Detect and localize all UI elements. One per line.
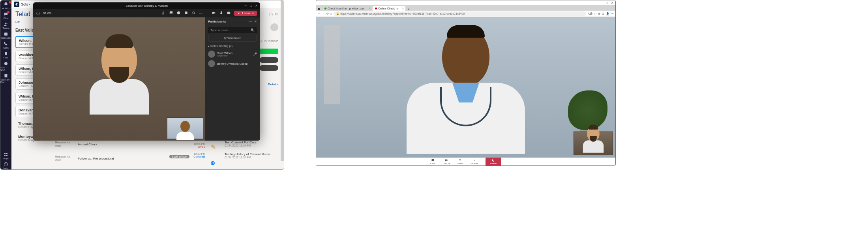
devices-button[interactable]: Devices [470,158,478,165]
menu-icon[interactable]: ⋯ [611,12,614,15]
reactions-icon[interactable] [176,11,181,16]
panel-more-icon[interactable]: ⋯ [249,20,252,23]
user-avatar[interactable] [270,23,278,31]
leave-button[interactable]: Leave [486,158,501,166]
details-link[interactable]: Details [268,83,278,86]
close-icon[interactable]: ✕ [611,1,614,5]
browser-tab[interactable]: Check-in online - prwilson.com✕ [322,6,372,11]
rail-files[interactable]: Files [4,51,9,59]
svg-point-14 [193,11,195,14]
call-toolbar: ◯ 01:09 ⋯ ⏷Leave▾ [33,9,260,17]
participant-row[interactable]: Scott WilsonOrganiser 🎤 [205,49,260,59]
maximize-icon[interactable]: □ [606,1,608,5]
maximize-icon[interactable]: □ [250,4,252,8]
leave-button[interactable]: ⏷Leave▾ [234,11,257,16]
apps-icon[interactable] [191,11,196,16]
url-field[interactable]: 🔒 https://patient.cat.visitnow.org/acs/m… [334,11,586,16]
minimize-icon[interactable]: ─ [600,1,603,5]
mic-status-icon: 🎤 [253,53,257,56]
participant-row[interactable]: Berney D Wilson (Guest) [205,59,260,68]
share-invite-button[interactable]: ⎘ Share invite [208,35,257,41]
teams-window: Activity Chat Teams Calendar Calls Files… [0,0,284,170]
camera-icon[interactable] [212,11,216,16]
radio-selected[interactable] [211,161,215,165]
mic-icon[interactable] [219,11,223,16]
info-icon[interactable]: ⓘ [269,12,273,17]
profile-icon[interactable]: 👤 [606,12,609,15]
visit-column: Reason for VisitAnnual Check Reason for … [55,141,114,169]
pill-1[interactable] [259,57,278,63]
self-video-pip[interactable] [167,117,203,139]
svg-point-3 [4,62,7,65]
chat-icon[interactable] [169,11,173,16]
home-icon[interactable]: ⌂ [330,12,332,15]
rail-chat[interactable]: Chat [4,12,9,19]
refresh-icon[interactable]: ⟳ [275,12,278,17]
teams-call-window: Session with Berney D Wilson ─ □ ✕ ◯ 01:… [33,2,260,141]
refresh-icon[interactable]: ⟳ [326,12,329,15]
time-status: 10:43 PMComplete [193,152,205,158]
minimize-icon[interactable]: ─ [244,4,247,8]
svg-point-1 [6,23,7,24]
rail-solo[interactable]: Solo - CAT [0,61,11,71]
join-button[interactable] [259,49,278,54]
svg-point-12 [177,11,180,14]
rail-tasks[interactable]: Tasks by Pla... [0,73,11,83]
new-tab-icon[interactable]: + [406,8,412,11]
mic-button[interactable]: Mute [457,158,463,165]
panel-title: Participants [208,20,226,23]
favorite-icon[interactable]: ☆ [594,12,596,15]
panel-close-icon[interactable]: ✕ [254,20,257,23]
solo-logo-icon: ◐ [14,2,19,7]
svg-rect-15 [212,12,215,14]
back-icon[interactable]: ← [318,12,321,15]
svg-point-11 [163,11,164,13]
rail-activity[interactable]: Activity [2,2,9,9]
rail-help[interactable]: ?Help [4,162,8,169]
window-controls: ─ □ ✕ [316,0,615,5]
close-icon[interactable]: ✕ [255,4,258,8]
rail-calls[interactable]: Calls [3,41,8,49]
call-titlebar: Session with Berney D Wilson ─ □ ✕ [33,2,260,9]
rail-apps[interactable]: Apps [3,152,9,160]
section-header[interactable]: ▸ In this meeting (2) [205,43,260,49]
call-controls: Chat Turn off Mute Devices Leave [316,158,615,165]
refresh-controls: ⓘ ⟳ [269,12,278,17]
solo-id: Solo ID 1310980 [258,40,278,43]
participant-video [84,38,155,120]
participant-search[interactable]: Type a name 🔍 [208,27,257,33]
extensions-icon[interactable]: ⊡ [602,12,604,15]
people-icon[interactable] [161,11,166,16]
camera-button[interactable]: Turn off [442,158,450,165]
read-aloud-icon[interactable]: A⁂ [588,12,592,15]
tab-actions-icon[interactable]: ▦ [316,8,322,11]
svg-rect-5 [4,153,6,154]
doctor-video [391,23,541,157]
more-icon[interactable]: ⋯ [199,11,202,15]
share-icon[interactable] [227,11,231,16]
chat-button[interactable]: Chat [430,158,435,165]
self-video-pip[interactable] [574,132,613,155]
time-status: 10:56 PMLWBS [169,143,205,148]
pill-2[interactable] [259,65,278,71]
rail-teams[interactable]: Teams [2,22,9,29]
browser-tab[interactable]: Online Check-In✕ [373,6,405,11]
participants-panel: Participants ⋯✕ Type a name 🔍 ⎘ Share in… [205,17,260,141]
tab-close-icon[interactable]: ✕ [369,7,371,10]
app-title: Solo - [21,2,30,6]
rooms-icon[interactable] [184,11,188,16]
tab-close-icon[interactable]: ✕ [402,7,404,10]
collections-icon[interactable]: ⊕ [598,12,600,15]
video-call-area [316,17,615,158]
forward-icon[interactable]: → [322,12,325,15]
shield-icon[interactable]: ◯ [36,11,40,15]
edge-window: ─ □ ✕ ▦ Check-in online - prwilson.com✕ … [316,0,616,166]
svg-rect-8 [6,155,7,156]
edit-icon[interactable]: ✎ [211,144,216,150]
address-bar: ← → ⟳ ⌂ 🔒 https://patient.cat.visitnow.o… [316,11,615,17]
scrollbar[interactable] [281,0,284,161]
avatar-icon [208,51,215,58]
svg-text:?: ? [5,163,7,165]
rail-calendar[interactable]: Calendar [1,32,11,39]
rail-more[interactable]: ⋯ [5,87,7,90]
